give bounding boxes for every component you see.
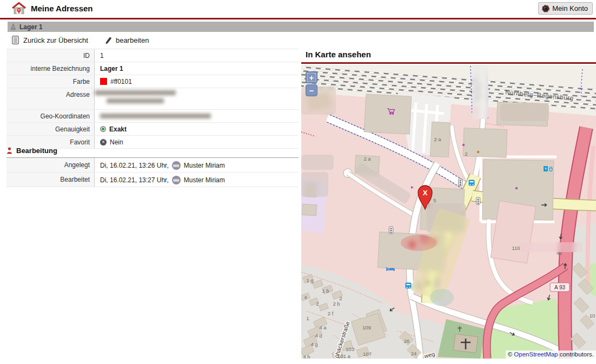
house-number: 10 bbox=[590, 313, 595, 319]
detail-label: ID bbox=[6, 49, 95, 62]
user-avatar: MM bbox=[172, 161, 181, 170]
house-number: 107 bbox=[363, 351, 372, 357]
marker-label: X bbox=[423, 189, 428, 197]
bus-icon bbox=[469, 180, 475, 186]
house-number: 2 b bbox=[333, 301, 340, 307]
toolbar: Zurück zur Übersicht bearbeiten bbox=[12, 34, 149, 47]
zoom-in-button[interactable]: + bbox=[306, 71, 317, 83]
blurred-label bbox=[301, 155, 334, 170]
header-divider bbox=[0, 18, 596, 19]
blurred-street-name bbox=[520, 242, 582, 252]
zoom-out-button[interactable]: − bbox=[306, 84, 317, 96]
section-title: Lager 1 bbox=[19, 23, 43, 31]
blurred-label bbox=[472, 65, 488, 119]
map-container[interactable]: Nürnberg–Regensburg Lohackerstraße weg A… bbox=[301, 65, 596, 359]
page-title: Meine Adressen bbox=[31, 4, 93, 13]
house-number: 4 h bbox=[303, 354, 310, 359]
map-attribution: © OpenStreetMap contributors. bbox=[506, 350, 596, 359]
section-bar: Lager 1 bbox=[8, 22, 594, 32]
detail-value bbox=[95, 88, 176, 109]
house-number: 2 a bbox=[363, 156, 371, 162]
modified-user: Muster Miriam bbox=[184, 176, 225, 184]
detail-label: Adresse bbox=[6, 88, 95, 109]
warehouse-icon bbox=[10, 23, 16, 30]
attribution-prefix: © bbox=[508, 351, 514, 358]
house-number: 2 a bbox=[434, 136, 441, 142]
geo-redacted bbox=[100, 114, 211, 118]
house-number: 1 bbox=[306, 315, 309, 321]
editing-rows: Angelegt Di, 16.02.21, 13:26 Uhr, MM Mus… bbox=[6, 158, 299, 187]
house-number: 2 bbox=[316, 301, 319, 307]
edit-label: bearbeiten bbox=[116, 36, 149, 44]
account-label: Mein Konto bbox=[552, 4, 588, 12]
detail-label: Bearbeitet bbox=[6, 173, 95, 187]
detail-label: Farbe bbox=[6, 75, 95, 88]
house-number: 4 d bbox=[315, 333, 322, 339]
house-number: 103 bbox=[346, 346, 354, 352]
house-number: 1 g bbox=[306, 277, 313, 283]
house-number: 24 bbox=[411, 350, 417, 356]
poi-dot bbox=[477, 151, 479, 153]
house-number: 4 a bbox=[319, 325, 327, 330]
blurred-building-label bbox=[500, 104, 549, 121]
page: Meine Adressen Mein Konto Lager 1 Zurück bbox=[0, 0, 596, 364]
motorway-ref-badge: A 93 bbox=[550, 283, 569, 292]
house-number: 116 bbox=[512, 245, 520, 251]
house-number: 26 bbox=[404, 338, 410, 344]
back-to-overview-link[interactable]: Zurück zur Übersicht bbox=[12, 36, 88, 44]
detail-value: #ff0101 bbox=[95, 75, 132, 88]
detail-row-address: Adresse bbox=[6, 88, 299, 110]
details-table: ID 1 interne Bezeichnung Lager 1 Farbe #… bbox=[6, 49, 299, 149]
detail-label: Geo-Koordinaten bbox=[6, 110, 95, 122]
map-divider bbox=[301, 62, 596, 64]
color-hex: #ff0101 bbox=[110, 78, 132, 85]
detail-value: Exakt bbox=[95, 123, 127, 135]
detail-row-name: interne Bezeichnung Lager 1 bbox=[6, 62, 299, 75]
detail-label: interne Bezeichnung bbox=[6, 62, 95, 75]
back-label: Zurück zur Übersicht bbox=[23, 36, 88, 44]
house-number: 2 f bbox=[328, 310, 334, 316]
house-number: 2 bbox=[465, 151, 467, 157]
favorite-value: Nein bbox=[110, 138, 123, 146]
detail-value: Di, 16.02.21, 13:26 Uhr, MM Muster Miria… bbox=[95, 158, 225, 172]
address-line1-redacted bbox=[95, 90, 176, 95]
editing-heading-label: Bearbeitung bbox=[16, 147, 57, 155]
map-heading: In Karte ansehen bbox=[306, 50, 371, 59]
house-number: 101 a bbox=[337, 353, 350, 359]
color-swatch bbox=[100, 78, 107, 85]
attribution-suffix: contributors. bbox=[558, 351, 594, 358]
edit-link[interactable]: bearbeiten bbox=[104, 36, 149, 44]
house-number: 1 b bbox=[322, 288, 329, 294]
house-number: 4 g bbox=[310, 341, 317, 347]
detail-row-created: Angelegt Di, 16.02.21, 13:26 Uhr, MM Mus… bbox=[6, 158, 299, 173]
blurred-label bbox=[301, 172, 328, 197]
detail-row-color: Farbe #ff0101 bbox=[6, 75, 299, 88]
accuracy-exact-icon bbox=[100, 126, 106, 132]
detail-row-modified: Bearbeitet Di, 16.02.21, 13:27 Uhr, MM M… bbox=[6, 173, 299, 187]
account-icon bbox=[542, 5, 549, 12]
detail-row-accuracy: Genauigkeit Exakt bbox=[6, 123, 299, 136]
detail-value: Lager 1 bbox=[95, 62, 123, 75]
detail-row-geo: Geo-Koordinaten bbox=[6, 110, 299, 123]
detail-value: Di, 16.02.21, 13:27 Uhr, MM Muster Miria… bbox=[95, 173, 225, 187]
editing-section-heading: Bearbeitung bbox=[6, 147, 299, 158]
person-icon bbox=[6, 147, 12, 154]
account-button[interactable]: Mein Konto bbox=[538, 2, 593, 15]
favorite-no-icon bbox=[100, 139, 107, 145]
poi-dot bbox=[515, 187, 518, 189]
house-number: 109 bbox=[362, 325, 371, 330]
app-header: Meine Adressen Mein Konto bbox=[0, 0, 596, 18]
detail-row-id: ID 1 bbox=[6, 49, 299, 62]
detail-label: Angelegt bbox=[6, 158, 95, 172]
pencil-icon bbox=[104, 36, 111, 44]
detail-value bbox=[95, 110, 211, 122]
house-number: 5 bbox=[433, 197, 436, 203]
blurred-poi bbox=[430, 289, 454, 306]
openstreetmap-link[interactable]: OpenStreetMap bbox=[514, 351, 558, 358]
accuracy-value: Exakt bbox=[109, 125, 127, 133]
list-icon bbox=[12, 36, 19, 44]
created-user: Muster Miriam bbox=[184, 162, 225, 169]
bus-icon bbox=[406, 283, 412, 289]
motorway-ref-label: A 93 bbox=[554, 284, 565, 290]
user-avatar: MM bbox=[172, 176, 181, 184]
